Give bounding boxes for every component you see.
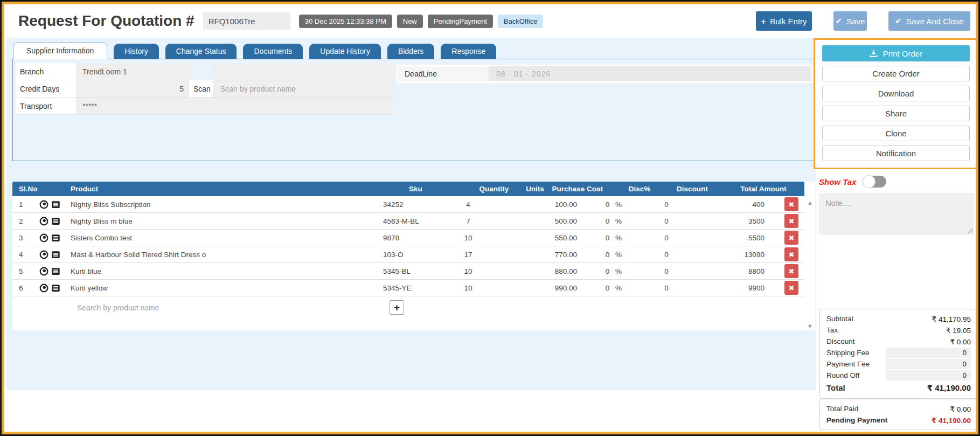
side-action-button[interactable]: Clone (822, 126, 970, 141)
discount-cell[interactable]: 0 (636, 280, 697, 296)
details-icon[interactable] (51, 233, 60, 243)
side-action-button[interactable]: Create Order (822, 66, 970, 81)
rfq-page: Request For Quotation # 30 Dec 2025 12:3… (4, 4, 976, 432)
branch-field[interactable]: TrendLoom 1 (76, 63, 189, 80)
delete-row-button[interactable]: ✖ (784, 197, 798, 211)
bulk-entry-button[interactable]: + Bulk Entry (756, 11, 812, 31)
page-header: Request For Quotation # 30 Dec 2025 12:3… (4, 4, 976, 38)
details-icon[interactable] (51, 267, 60, 276)
row-index: 3 (12, 230, 37, 246)
product-name-cell[interactable]: Mast & Harbour Solid Tiered Shirt Dress … (68, 246, 383, 262)
scan-label: Scan (189, 80, 213, 98)
tab[interactable]: Update History (309, 44, 381, 59)
delete-row-button[interactable]: ✖ (784, 264, 798, 278)
product-name-cell[interactable]: Nighty Bliss Subscription (68, 196, 383, 212)
resize-grip-icon[interactable] (968, 229, 973, 234)
view-icon[interactable] (39, 200, 48, 209)
show-tax-toggle[interactable] (863, 176, 886, 188)
details-icon[interactable] (51, 217, 60, 226)
scroll-down-icon[interactable]: ▼ (807, 323, 813, 329)
summary-row: Total Paid ₹ 0.00 (826, 403, 971, 414)
details-icon[interactable] (51, 283, 60, 293)
discount-cell[interactable]: 0 (636, 263, 697, 279)
page-title: Request For Quotation # (18, 12, 194, 30)
disc-percent-cell[interactable]: 0 % (591, 213, 636, 229)
product-search-input[interactable] (76, 303, 294, 313)
save-and-close-button[interactable]: ✔ Save And Close (888, 11, 970, 31)
view-icon[interactable] (39, 217, 48, 226)
supplier-information-panel: Branch TrendLoom 1 Credit Days 5 Scan Tr… (12, 59, 814, 161)
credit-days-field[interactable]: 5 (76, 80, 189, 98)
product-search-row: + (12, 296, 815, 319)
summary-row: Tax ₹ 19.05 (826, 324, 971, 336)
quantity-cell[interactable]: 4 (443, 196, 493, 212)
purchase-cost-cell[interactable]: 550.00 (525, 230, 591, 246)
plus-icon: + (761, 17, 766, 26)
quantity-cell[interactable]: 7 (443, 213, 493, 229)
disc-percent-cell[interactable]: 0 % (591, 280, 636, 296)
summary-fee-input[interactable]: 0 (886, 348, 971, 358)
purchase-cost-cell[interactable]: 770.00 (525, 246, 591, 262)
delete-row-button[interactable]: ✖ (784, 247, 798, 261)
sku-cell: 103-O (383, 246, 443, 262)
row-index: 6 (12, 280, 37, 296)
quantity-cell[interactable]: 17 (443, 246, 493, 262)
save-button[interactable]: ✔ Save (833, 11, 867, 31)
purchase-cost-cell[interactable]: 100.00 (525, 196, 591, 212)
product-name-cell[interactable]: Kurti blue (68, 263, 383, 279)
summary-fee-input[interactable]: 0 (886, 359, 971, 369)
transport-field[interactable]: ***** (76, 98, 394, 115)
note-input[interactable] (819, 193, 974, 235)
scroll-up-icon[interactable]: ▲ (807, 199, 813, 206)
units-cell (493, 213, 525, 229)
tab[interactable]: Response (441, 44, 496, 59)
tab[interactable]: Bidders (387, 44, 434, 59)
add-product-button[interactable]: + (390, 300, 404, 315)
disc-percent-cell[interactable]: 0 % (591, 263, 636, 279)
quantity-cell[interactable]: 10 (443, 230, 493, 246)
discount-cell[interactable]: 0 (636, 196, 697, 212)
deadline-date-field[interactable]: 08 - 01 - 2026 (489, 66, 811, 81)
purchase-cost-cell[interactable]: 990.00 (525, 280, 591, 296)
purchase-cost-cell[interactable]: 500.00 (525, 213, 591, 229)
summary-label: Discount (826, 337, 950, 345)
view-icon[interactable] (39, 233, 48, 243)
discount-cell[interactable]: 0 (636, 213, 697, 229)
delete-row-button[interactable]: ✖ (784, 281, 798, 295)
rfq-number-input[interactable] (203, 12, 290, 30)
table-body: 1 Nighty Bliss Subscription 34252 4 100.… (12, 196, 804, 296)
discount-cell[interactable]: 0 (636, 246, 697, 262)
summary-fee-input[interactable]: 0 (886, 370, 971, 380)
details-icon[interactable] (51, 250, 60, 259)
tab-bar: Supplier InformationHistoryChange Status… (13, 42, 496, 59)
quantity-cell[interactable]: 10 (443, 263, 493, 279)
scan-input[interactable] (213, 80, 394, 97)
view-icon[interactable] (39, 267, 48, 276)
print-order-button[interactable]: Print Order (822, 45, 970, 61)
view-icon[interactable] (39, 283, 48, 293)
summary-row: Subtotal ₹ 41,170.95 (826, 313, 971, 324)
disc-percent-cell[interactable]: 0 % (591, 230, 636, 246)
items-table: Sl.NoProductSkuQuantityUnitsPurchase Cos… (12, 182, 815, 330)
tab[interactable]: Documents (243, 44, 303, 59)
tab[interactable]: History (114, 44, 159, 59)
details-icon[interactable] (51, 200, 60, 209)
tab[interactable]: Supplier Information (13, 42, 107, 59)
product-name-cell[interactable]: Sisters Combo test (68, 230, 383, 246)
view-icon[interactable] (39, 250, 48, 259)
quantity-cell[interactable]: 10 (443, 280, 493, 296)
disc-percent-cell[interactable]: 0 % (591, 246, 636, 262)
product-name-cell[interactable]: Kurti yellow (68, 280, 383, 296)
side-action-button[interactable]: Download (822, 86, 970, 101)
column-header: Disc% (617, 182, 662, 196)
summary-label: Payment Fee (826, 360, 886, 368)
delete-row-button[interactable]: ✖ (784, 231, 798, 245)
delete-row-button[interactable]: ✖ (784, 214, 798, 228)
purchase-cost-cell[interactable]: 880.00 (525, 263, 591, 279)
side-action-button[interactable]: Share (822, 106, 970, 121)
side-action-button[interactable]: Notification (822, 146, 970, 161)
discount-cell[interactable]: 0 (636, 230, 697, 246)
disc-percent-cell[interactable]: 0 % (591, 196, 636, 212)
product-name-cell[interactable]: Nighty Bliss m blue (68, 213, 383, 229)
tab[interactable]: Change Status (165, 44, 237, 59)
